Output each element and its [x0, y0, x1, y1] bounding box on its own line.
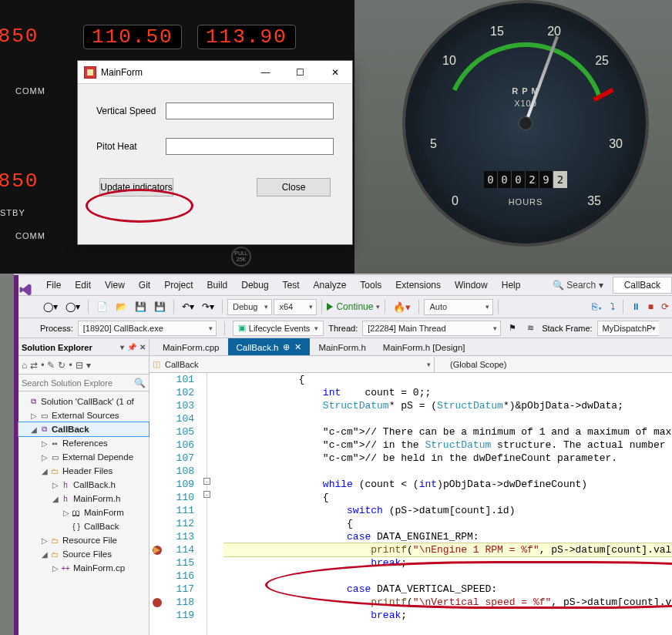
- solution-search-icon[interactable]: 🔍: [131, 378, 149, 388]
- tree-solution[interactable]: ⧉Solution 'CallBack' (1 of: [18, 395, 149, 408]
- stop-icon[interactable]: ■: [645, 300, 657, 314]
- hot-reload-icon[interactable]: 🔥▾: [390, 300, 414, 314]
- menu-analyze[interactable]: Analyze: [307, 277, 353, 293]
- tab-mainform-cpp[interactable]: MainForm.cpp: [154, 338, 228, 355]
- nav-fwd-button[interactable]: ◯▾: [62, 300, 83, 314]
- solution-search-input[interactable]: [18, 378, 131, 388]
- flag-icon[interactable]: ⚑: [506, 321, 519, 334]
- close-panel-icon[interactable]: ✕: [139, 343, 146, 351]
- stby-label: STBY: [0, 208, 25, 217]
- tree-external-sources[interactable]: ▷▭External Sources: [18, 408, 149, 422]
- menu-test[interactable]: Test: [277, 277, 306, 293]
- mainform-titlebar[interactable]: MainForm — ☐ ✕: [78, 61, 352, 84]
- tree-mainform-cpp[interactable]: ▷++MainForm.cp: [18, 561, 149, 575]
- menu-view[interactable]: View: [99, 277, 131, 293]
- process-dropdown[interactable]: [18920] CallBack.exe: [78, 321, 217, 336]
- tree-external-deps[interactable]: ▷▭External Depende: [18, 450, 149, 464]
- code-area[interactable]: 1011021031041051061071081091101111121131…: [150, 373, 672, 635]
- stackframe-label: Stack Frame:: [542, 324, 592, 333]
- gauge-hours-label: HOURS: [405, 197, 646, 207]
- outlining-margin[interactable]: - -: [199, 373, 223, 635]
- tree-source-files[interactable]: ◢🗀Source Files: [18, 547, 149, 561]
- menu-file[interactable]: File: [40, 277, 67, 293]
- sync-icon[interactable]: ↻: [58, 360, 66, 371]
- home-icon[interactable]: ⌂: [22, 360, 27, 371]
- menu-project[interactable]: Project: [158, 277, 199, 293]
- tree-mainform-class[interactable]: ▷🕮MainForm: [18, 506, 149, 519]
- pin-icon[interactable]: 📌: [127, 343, 136, 351]
- vs-toolbar: ◯▾ ◯▾ 📄 📂 💾 💾 ↶▾ ↷▾ Debug x64 Continue▾ …: [14, 295, 672, 318]
- switch-views-icon[interactable]: ⇄: [30, 360, 38, 371]
- odo-1: 0: [498, 171, 512, 188]
- pitot-heat-label: Pitot Heat: [96, 141, 166, 152]
- lifecycle-events-dropdown[interactable]: ▣Lifecycle Events: [233, 321, 324, 336]
- odo-4: 9: [539, 171, 553, 188]
- menu-window[interactable]: Window: [449, 277, 494, 293]
- collapse-icon[interactable]: ⊟: [76, 360, 83, 371]
- nav-scope-dropdown[interactable]: (Global Scope): [435, 357, 672, 372]
- gauge-tick-10: 10: [442, 54, 456, 68]
- vs-search[interactable]: 🔍 Search ▾: [548, 280, 608, 291]
- pitot-heat-input[interactable]: [166, 138, 334, 155]
- save-all-icon[interactable]: 💾: [151, 300, 169, 314]
- gauge-x100-label: X100: [405, 99, 646, 108]
- tab-pin-icon[interactable]: ⊕: [283, 342, 290, 352]
- pause-icon[interactable]: ⏸: [628, 300, 643, 314]
- gauge-rpm-label: R P M: [405, 86, 646, 96]
- tree-resource-files[interactable]: ▷🗀Resource File: [18, 533, 149, 547]
- nav-back-button[interactable]: ◯▾: [40, 300, 61, 314]
- window-menu-icon[interactable]: ▾: [120, 343, 124, 351]
- tree-mainform-h[interactable]: ◢hMainForm.h: [18, 492, 149, 506]
- thread-dropdown[interactable]: [22284] Main Thread: [362, 321, 501, 336]
- redo-icon[interactable]: ↷▾: [199, 300, 217, 314]
- menu-tools[interactable]: Tools: [354, 277, 388, 293]
- menu-help[interactable]: Help: [496, 277, 527, 293]
- mainform-title: MainForm: [101, 67, 143, 78]
- tab-mainform-design[interactable]: MainForm.h [Design]: [375, 338, 474, 355]
- source-code[interactable]: { int count = 0;; StructDatum* pS = (Str…: [223, 373, 672, 635]
- restart-icon[interactable]: ⟳: [658, 300, 672, 314]
- tree-references[interactable]: ▷▪▪References: [18, 436, 149, 450]
- vertical-speed-input[interactable]: [166, 102, 334, 119]
- update-indicators-button[interactable]: Update indicators: [99, 178, 173, 197]
- minimize-button[interactable]: —: [248, 61, 283, 83]
- menu-extensions[interactable]: Extensions: [389, 277, 447, 293]
- maximize-button[interactable]: ☐: [283, 61, 318, 83]
- new-item-icon[interactable]: 📄: [93, 300, 111, 314]
- odo-2: 0: [512, 171, 526, 188]
- solution-explorer-title[interactable]: Solution Explorer ▾📌✕: [18, 339, 149, 356]
- tab-callback-h[interactable]: CallBack.h⊕✕: [228, 338, 311, 355]
- tab-close-icon[interactable]: ✕: [294, 342, 301, 352]
- menu-build[interactable]: Build: [201, 277, 234, 293]
- tree-callback-ns[interactable]: { }CallBack: [18, 519, 149, 533]
- config-dropdown[interactable]: Debug: [227, 299, 272, 315]
- menu-edit[interactable]: Edit: [69, 277, 97, 293]
- open-icon[interactable]: 📂: [113, 300, 130, 314]
- stackframe-dropdown[interactable]: MyDispatchP: [597, 321, 659, 336]
- undo-icon[interactable]: ↶▾: [179, 300, 197, 314]
- editor-nav-bar: ◫CallBack (Global Scope): [150, 356, 672, 373]
- close-window-button[interactable]: ✕: [318, 61, 352, 83]
- pending-changes-icon[interactable]: ✎: [47, 360, 55, 371]
- auto-dropdown[interactable]: Auto: [424, 299, 493, 315]
- tab-mainform-h[interactable]: MainForm.h: [310, 338, 374, 355]
- menu-debug[interactable]: Debug: [235, 277, 274, 293]
- threads-icon[interactable]: ≋: [524, 321, 537, 334]
- radio2-active-freq: .850: [0, 170, 39, 193]
- nav-project-dropdown[interactable]: ◫CallBack: [150, 357, 435, 372]
- tree-header-files[interactable]: ◢🗀Header Files: [18, 464, 149, 478]
- save-icon[interactable]: 💾: [132, 300, 150, 314]
- step-into-icon[interactable]: ⤵: [607, 300, 618, 314]
- close-button[interactable]: Close: [257, 178, 331, 197]
- pull-knob[interactable]: PULL25K: [231, 247, 251, 267]
- tree-project-callback[interactable]: ◢⧉CallBack: [18, 422, 149, 436]
- continue-button[interactable]: Continue▾: [327, 301, 380, 312]
- menu-git[interactable]: Git: [133, 277, 156, 293]
- step-over-icon[interactable]: ⎘▾: [589, 300, 606, 314]
- platform-dropdown[interactable]: x64: [274, 299, 317, 315]
- glyph-margin[interactable]: [150, 373, 165, 635]
- solution-explorer-panel: Solution Explorer ▾📌✕ ⌂ ⇄ • ✎ ↻ • ⊟ ▾ 🔍 …: [18, 339, 150, 635]
- tree-callback-h[interactable]: ▷hCallBack.h: [18, 478, 149, 492]
- code-editor: MainForm.cpp CallBack.h⊕✕ MainForm.h Mai…: [150, 339, 672, 635]
- odo-5: 2: [553, 171, 567, 188]
